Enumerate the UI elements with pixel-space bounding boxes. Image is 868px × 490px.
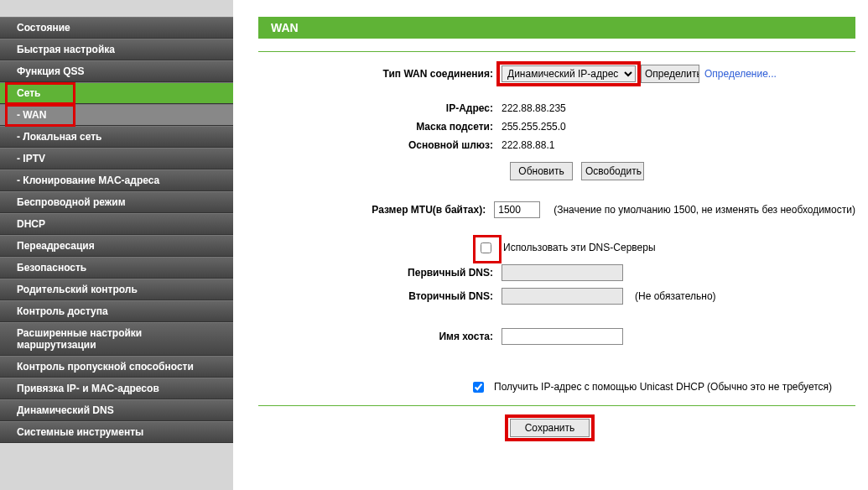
- save-button[interactable]: Сохранить: [510, 419, 590, 437]
- use-dns-checkbox[interactable]: [481, 242, 491, 253]
- conn-type-select[interactable]: Динамический IP-адрес: [502, 65, 636, 82]
- sidebar-item-network[interactable]: Сеть: [0, 82, 233, 104]
- label-mask: Маска подсети:: [258, 121, 502, 133]
- use-dns-label: Использовать эти DNS-Серверы: [503, 242, 656, 253]
- mtu-input[interactable]: [494, 201, 540, 218]
- label-host: Имя хоста:: [258, 331, 502, 342]
- sidebar-item-system-tools[interactable]: Системные инструменты: [0, 421, 233, 443]
- sidebar-item-iptv[interactable]: - IPTV: [0, 148, 233, 169]
- unicast-label: Получить IP-адрес с помощью Unicast DHCP…: [494, 381, 832, 393]
- unicast-checkbox[interactable]: [473, 382, 484, 393]
- label-conn-type: Тип WAN соединения:: [258, 68, 502, 80]
- label-dns1: Первичный DNS:: [258, 267, 502, 279]
- label-dns2: Вторичный DNS:: [258, 290, 502, 302]
- release-button[interactable]: Освободить: [581, 162, 644, 180]
- value-ip: 222.88.88.235: [502, 102, 566, 114]
- sidebar-item-forwarding[interactable]: Переадресация: [0, 235, 233, 257]
- dns2-hint: (Не обязательно): [635, 290, 716, 302]
- divider-bottom: [258, 405, 855, 406]
- sidebar-item-wan[interactable]: - WAN: [0, 104, 233, 126]
- update-button[interactable]: Обновить: [510, 162, 573, 180]
- sidebar: Состояние Быстрая настройка Функция QSS …: [0, 0, 233, 490]
- label-gateway: Основной шлюз:: [258, 139, 502, 151]
- sidebar-item-access-control[interactable]: Контроль доступа: [0, 300, 233, 322]
- detecting-link[interactable]: Определение...: [704, 68, 777, 80]
- dns2-input[interactable]: [502, 288, 623, 305]
- sidebar-item-wireless[interactable]: Беспроводной режим: [0, 191, 233, 213]
- sidebar-item-parental[interactable]: Родительский контроль: [0, 279, 233, 300]
- main-content: WAN Тип WAN соединения: Динамический IP-…: [233, 0, 868, 490]
- sidebar-item-mac-clone[interactable]: - Клонирование MAC-адреса: [0, 169, 233, 191]
- sidebar-item-bandwidth[interactable]: Контроль пропускной способности: [0, 356, 233, 378]
- label-ip: IP-Адрес:: [258, 102, 502, 114]
- sidebar-item-qss[interactable]: Функция QSS: [0, 60, 233, 82]
- sidebar-item-lan[interactable]: - Локальная сеть: [0, 126, 233, 148]
- sidebar-item-quick-setup[interactable]: Быстрая настройка: [0, 39, 233, 60]
- detect-button[interactable]: Определить: [641, 65, 699, 83]
- sidebar-item-ddns[interactable]: Динамический DNS: [0, 399, 233, 421]
- sidebar-item-status[interactable]: Состояние: [0, 17, 233, 39]
- value-mask: 255.255.255.0: [502, 121, 566, 133]
- sidebar-item-routing[interactable]: Расширенные настройки маршрутизации: [0, 322, 233, 356]
- sidebar-item-dhcp[interactable]: DHCP: [0, 213, 233, 235]
- value-gateway: 222.88.88.1: [502, 139, 554, 151]
- dns1-input[interactable]: [502, 264, 623, 281]
- mtu-hint: (Значение по умолчанию 1500, не изменять…: [554, 204, 855, 216]
- sidebar-item-security[interactable]: Безопасность: [0, 257, 233, 279]
- divider: [258, 51, 855, 52]
- label-mtu: Размер MTU(в байтах):: [258, 204, 494, 216]
- host-input[interactable]: [502, 328, 623, 345]
- page-title: WAN: [258, 17, 855, 39]
- sidebar-item-ip-mac-binding[interactable]: Привязка IP- и MAC-адресов: [0, 378, 233, 399]
